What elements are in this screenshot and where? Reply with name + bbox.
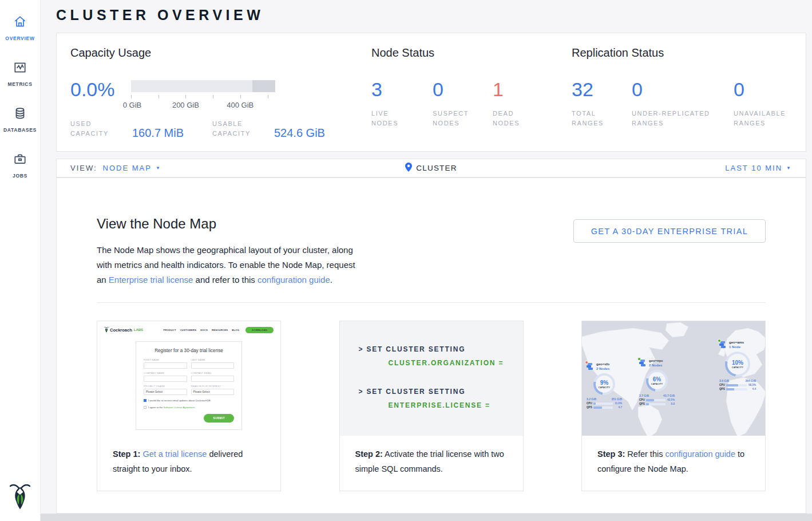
caption-text: Refer this [625,449,665,459]
cluster-location-indicator: CLUSTER [57,163,806,174]
page-bottom-band [41,514,812,521]
sql-setting: CLUSTER.ORGANIZATION = [389,359,523,367]
sidebar-item-label: OVERVIEW [5,35,34,41]
unavailable-ranges-value: 0 [734,79,797,100]
node-group-icon [719,341,727,348]
capacity-donut: 9%CAPACITY [593,373,615,395]
enterprise-trial-button[interactable]: GET A 30-DAY ENTERPRISE TRIAL [573,219,766,243]
sidebar-item-databases[interactable]: DATABASES [0,96,40,142]
time-range-dropdown[interactable]: LAST 10 MIN ▼ [725,164,792,172]
text-input [191,362,235,369]
checkbox-label: I would like to receive email updates ab… [148,399,211,402]
step2-card: > SET CLUSTER SETTING CLUSTER.ORGANIZATI… [339,321,524,491]
node-map-description: The Node Map shows the geographical layo… [97,243,360,287]
trial-registration-form: Register for a 30-day trial license FIRS… [136,341,242,430]
node-map-panel: View the Node Map The Node Map shows the… [56,177,806,514]
live-nodes-stat: 3 LIVE NODES [371,79,433,128]
suspect-nodes-label: SUSPECT NODES [433,109,474,128]
capacity-axis-labels: 0 GiB 200 GiB 400 GiB [131,101,275,110]
capacity-axis-ticks [131,95,275,99]
step2-caption: Step 2: Activate the trial license with … [340,436,523,491]
step1-screenshot: Cockroach LABS PRODUCT CUSTOMERS DOCS RE… [97,321,280,436]
brand-suffix: LABS [134,328,143,331]
sidebar-item-jobs[interactable]: JOBS [0,142,40,188]
description-text: . [330,275,332,285]
select-input: Please Select [191,389,235,395]
node-status-title: Node Status [371,46,572,60]
step-number: Step 3: [597,449,625,459]
home-icon [13,14,27,31]
field-label: FIRST NAME [144,358,187,361]
nav-link: PRODUCT [164,329,176,331]
capacity-donut: 10%CAPACITY [725,352,750,377]
dead-nodes-stat: 1 DEAD NODES [493,79,534,128]
brand-text: Cockroach [110,327,132,333]
map-pin-icon [405,163,412,174]
download-button: DOWNLOAD [245,327,274,333]
sql-prompt: > SET CLUSTER SETTING [359,388,523,396]
capacity-usage-section: Capacity Usage 0.0% 0 GiB 200 GiB 400 Gi… [70,46,371,151]
chevron-down-icon: ▼ [156,165,161,171]
cockroach-labs-logo: Cockroach LABS [104,326,143,333]
step3-caption: Step 3: Refer this configuration guide t… [582,436,765,491]
dead-nodes-label: DEAD NODES [493,109,534,128]
capacity-percent: 0.0% [70,79,131,110]
tick-label: 400 GiB [227,101,253,109]
time-range-value: LAST 10 MIN [725,164,782,172]
jobs-icon [13,152,27,169]
node-group-icon [639,359,647,366]
node-marker-ams: geo=ams1 Node 10%CAPACITY 3.6 GiB364 GiB… [719,341,756,390]
tick-label: 200 GiB [172,101,199,109]
step1-caption: Step 1: Get a trial license delivered st… [97,436,280,491]
live-nodes-value: 3 [371,79,433,100]
checkbox-unchecked [144,406,146,409]
used-capacity-value: 160.7 MiB [132,128,212,139]
field-label: COMPANY NAME [144,372,187,374]
site-nav: PRODUCT CUSTOMERS DOCS RESOURCES BLOG DO… [164,327,274,333]
step1-card: Cockroach LABS PRODUCT CUSTOMERS DOCS RE… [97,321,281,491]
sidebar-item-label: DATABASES [3,127,37,133]
sidebar-item-metrics[interactable]: METRICS [0,50,40,96]
checkbox-checked [144,399,146,402]
capacity-bar-reserved-segment [252,80,275,92]
replication-status-section: Replication Status 32 TOTAL RANGES 0 UND… [572,46,806,151]
page-title: CLUSTER OVERVIEW [56,7,264,23]
sidebar-item-overview[interactable]: OVERVIEW [0,5,40,50]
node-marker-nyc: geo=nyc2 Nodes 6%CAPACITY 3.7 GiB43.7 Gi… [639,359,675,405]
submit-button: SUBMIT [204,414,234,423]
usable-capacity-value: 524.6 GiB [274,128,325,139]
step3-card: geo=sfo2 Nodes 9%CAPACITY 3.2 GiB351 GiB… [581,321,766,491]
step3-node-map-preview: geo=sfo2 Nodes 9%CAPACITY 3.2 GiB351 GiB… [582,321,765,436]
capacity-bar [131,80,275,92]
unavailable-ranges-label: UNAVAILABLE RANGES [734,109,797,128]
divider [97,302,766,303]
databases-icon [13,106,27,123]
configuration-guide-link[interactable]: configuration guide [258,275,330,285]
configuration-guide-link[interactable]: configuration guide [665,449,735,459]
view-label: VIEW: [70,164,97,172]
usable-capacity-label: USABLE CAPACITY [212,119,274,139]
chevron-down-icon: ▼ [786,165,792,171]
capacity-bar-chart: 0 GiB 200 GiB 400 GiB [131,80,275,110]
enterprise-trial-license-link[interactable]: Enterprise trial license [109,275,193,285]
view-dropdown[interactable]: NODE MAP ▼ [103,164,161,172]
suspect-nodes-value: 0 [433,79,493,100]
text-input [191,376,235,382]
step-number: Step 2: [355,449,383,459]
text-input [144,362,187,369]
stats-panel: Capacity Usage 0.0% 0 GiB 200 GiB 400 Gi… [56,33,806,152]
node-status-section: Node Status 3 LIVE NODES 0 SUSPECT NODES… [371,46,572,151]
checkbox-label: I agree to the Software License Agreemen… [148,406,196,409]
total-ranges-label: TOTAL RANGES [572,109,613,128]
metrics-icon [13,60,27,77]
nav-link: RESOURCES [212,329,228,331]
under-replicated-ranges-label: UNDER-REPLICATED RANGES [632,109,729,128]
description-text: and refer to this [193,275,258,285]
sql-prompt: > SET CLUSTER SETTING [359,345,523,353]
nav-link: BLOG [232,329,239,331]
view-bar: CLUSTER VIEW: NODE MAP ▼ LAST 10 MIN ▼ [56,159,806,177]
unavailable-ranges-stat: 0 UNAVAILABLE RANGES [734,79,797,128]
get-trial-license-link[interactable]: Get a trial license [142,449,207,459]
sidebar-nav: OVERVIEW METRICS DATABASES [0,0,40,188]
total-ranges-stat: 32 TOTAL RANGES [572,79,632,128]
